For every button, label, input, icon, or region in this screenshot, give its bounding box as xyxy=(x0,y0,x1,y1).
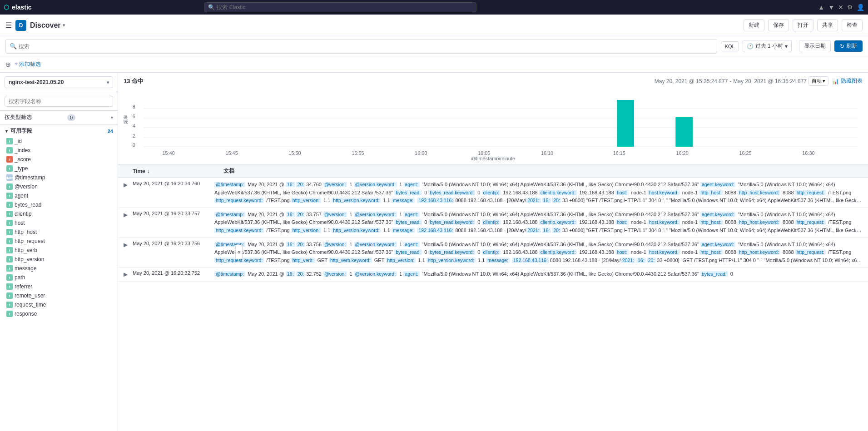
hide-chart-label: 隐藏图表 xyxy=(841,77,863,85)
field-item[interactable]: t path xyxy=(5,273,113,282)
field-item[interactable]: t @version xyxy=(5,182,113,191)
field-key: http_host.keyword: xyxy=(738,219,780,225)
main-layout: nginx-test-2021.05.20 ▾ 按类型筛选 0 ▾ ▼ 可用字段… xyxy=(0,73,868,431)
field-item[interactable]: t _id xyxy=(5,137,113,146)
available-fields-section: ▼ 可用字段 24 t _id t _index # _score t _typ… xyxy=(0,124,118,330)
collapse-sidebar-button[interactable]: « xyxy=(235,245,243,259)
svg-text:6: 6 xyxy=(133,114,135,119)
svg-text:16:20: 16:20 xyxy=(676,150,689,156)
field-key: @version.keyword: xyxy=(354,271,397,277)
field-item[interactable]: t host xyxy=(5,218,113,228)
kql-button[interactable]: KQL xyxy=(721,41,739,51)
table-row[interactable]: ▶ May 20, 2021 @ 16:20:34.760 @timestamp… xyxy=(118,178,868,208)
field-type-icon: # xyxy=(6,156,13,163)
field-key: bytes_read.keyword: xyxy=(428,190,475,195)
field-item[interactable]: t message xyxy=(5,264,113,273)
show-dates-button[interactable]: 显示日期 xyxy=(799,40,831,52)
field-name: referrer xyxy=(15,283,32,290)
field-key: @version: xyxy=(323,271,347,277)
field-key: http_request.keyword: xyxy=(214,228,264,233)
field-item[interactable]: # _score xyxy=(5,155,113,164)
search-bar[interactable]: 🔍 xyxy=(5,39,717,54)
bar-1 xyxy=(617,100,634,147)
refresh-icon: ↻ xyxy=(840,43,844,50)
add-filter-button[interactable]: + 添加筛选 xyxy=(15,60,41,68)
field-key: 16: xyxy=(542,228,551,233)
row-expand-button[interactable]: ▶ xyxy=(124,271,133,277)
field-type-icon: t xyxy=(6,193,13,199)
up-icon[interactable]: ▲ xyxy=(818,4,824,11)
row-expand-button[interactable]: ▶ xyxy=(124,212,133,218)
field-item[interactable]: t response xyxy=(5,309,113,318)
time-filter-button[interactable]: 🕐 过去 1 小时 ▾ xyxy=(743,40,792,52)
time-chevron: ▾ xyxy=(785,43,788,50)
field-type-icon: t xyxy=(6,311,13,317)
expand-icon: ▼ xyxy=(5,129,9,134)
field-item[interactable]: t http_version xyxy=(5,255,113,264)
field-type-icon: t xyxy=(6,211,13,217)
row-expand-button[interactable]: ▶ xyxy=(124,182,133,188)
index-selector[interactable]: nginx-test-2021.05.20 ▾ xyxy=(5,76,113,88)
bar-2 xyxy=(675,117,693,147)
field-item[interactable]: t _type xyxy=(5,164,113,173)
user-icon[interactable]: 👤 xyxy=(857,4,864,11)
field-item[interactable]: date @timestamp xyxy=(5,173,113,182)
menu-button[interactable]: ☰ xyxy=(5,21,12,30)
field-item[interactable]: t agent xyxy=(5,191,113,200)
field-item[interactable]: t http_host xyxy=(5,228,113,237)
row-time: May 20, 2021 @ 16:20:33.756 xyxy=(133,241,214,246)
down-icon[interactable]: ▼ xyxy=(828,4,834,11)
global-search-bar[interactable]: 🔍 xyxy=(204,2,476,12)
settings-icon[interactable]: ⚙ xyxy=(847,4,853,11)
close-icon[interactable]: ✕ xyxy=(838,4,843,11)
search-input[interactable] xyxy=(19,43,713,50)
header-actions: 新建 保存 打开 共享 检查 xyxy=(744,19,863,31)
hit-count: 13 命中 xyxy=(124,77,144,85)
app-title[interactable]: Discover ▾ xyxy=(30,21,65,30)
new-button[interactable]: 新建 xyxy=(744,19,764,31)
field-search-input[interactable] xyxy=(5,96,113,107)
refresh-button[interactable]: ↻ 刷新 xyxy=(834,40,863,52)
field-item[interactable]: t http_verb xyxy=(5,246,113,255)
svg-text:16:30: 16:30 xyxy=(802,150,814,156)
open-button[interactable]: 打开 xyxy=(793,19,813,31)
row-doc: @timestamp: May 20, 2021 @ 16:20:33.756 … xyxy=(214,241,863,265)
field-key: @version.keyword: xyxy=(354,242,397,247)
table-row[interactable]: ▶ May 20, 2021 @ 16:20:32.752 @timestamp… xyxy=(118,268,868,282)
table-row[interactable]: ▶ May 20, 2021 @ 16:20:33.756 @timestamp… xyxy=(118,238,868,268)
time-column-header[interactable]: Time ↓ xyxy=(133,168,223,174)
share-button[interactable]: 共享 xyxy=(817,19,838,31)
field-key: 20: xyxy=(296,182,306,187)
field-item[interactable]: t tags xyxy=(5,318,113,319)
field-name: _index xyxy=(15,147,30,154)
save-button[interactable]: 保存 xyxy=(768,19,789,31)
svg-text:15:55: 15:55 xyxy=(352,150,364,156)
hide-chart-button[interactable]: 📊 隐藏图表 xyxy=(832,77,863,85)
row-expand-button[interactable]: ▶ xyxy=(124,242,133,248)
global-search-input[interactable] xyxy=(217,4,472,10)
svg-text:4: 4 xyxy=(133,123,135,129)
field-item[interactable]: t referrer xyxy=(5,282,113,291)
field-item[interactable]: t remote_user xyxy=(5,291,113,300)
field-key: http_request.keyword: xyxy=(214,198,264,203)
sidebar: nginx-test-2021.05.20 ▾ 按类型筛选 0 ▾ ▼ 可用字段… xyxy=(0,73,118,431)
field-type-icon: t xyxy=(6,202,13,208)
table-row[interactable]: ▶ May 20, 2021 @ 16:20:33.757 @timestamp… xyxy=(118,208,868,238)
field-key: http_version: xyxy=(386,258,416,263)
field-item[interactable]: t clientip xyxy=(5,209,113,218)
field-item[interactable]: t bytes_read xyxy=(5,200,113,209)
field-item[interactable]: t _index xyxy=(5,146,113,155)
field-key: http_version.keyword: xyxy=(427,258,476,263)
field-name: http_version xyxy=(15,256,44,263)
table-rows: ▶ May 20, 2021 @ 16:20:34.760 @timestamp… xyxy=(118,178,868,282)
auto-interval-button[interactable]: 自动 ▾ xyxy=(808,76,828,86)
field-item[interactable]: t http_request xyxy=(5,237,113,246)
filter-type-row[interactable]: 按类型筛选 0 ▾ xyxy=(0,111,118,124)
clock-icon: 🕐 xyxy=(747,43,754,50)
field-name: response xyxy=(15,311,37,317)
elastic-logo: ⬡ elastic xyxy=(4,4,32,11)
index-selector-chevron: ▾ xyxy=(107,80,109,85)
inspect-button[interactable]: 检查 xyxy=(842,19,863,31)
field-item[interactable]: t request_time xyxy=(5,300,113,309)
row-time: May 20, 2021 @ 16:20:33.757 xyxy=(133,211,214,216)
